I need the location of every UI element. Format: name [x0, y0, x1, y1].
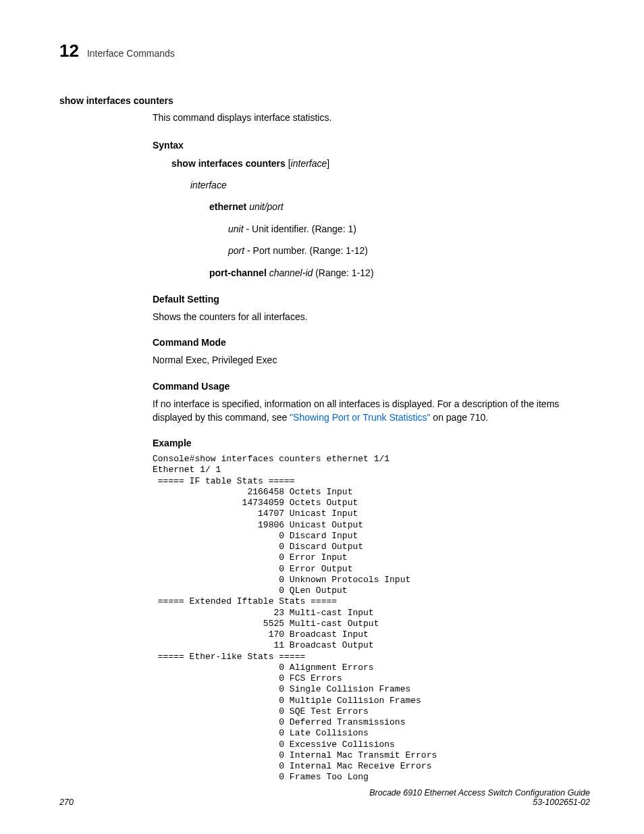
syntax-portchannel-line: port-channel channel-id (Range: 1-12) [209, 265, 590, 280]
command-title: show interfaces counters [59, 95, 590, 106]
page-header: 12 Interface Commands [59, 41, 590, 61]
syntax-unit-label: unit [228, 224, 244, 234]
syntax-portchannel-desc: (Range: 1-12) [313, 267, 373, 278]
syntax-heading: Syntax [153, 140, 590, 151]
command-usage-link[interactable]: "Showing Port or Trunk Statistics" [290, 412, 430, 423]
chapter-title: Interface Commands [87, 48, 175, 59]
syntax-ethernet-kw: ethernet [209, 201, 246, 212]
footer-doc-id: 53-1002651-02 [369, 798, 590, 807]
syntax-portchannel-arg: channel-id [269, 267, 313, 278]
example-heading: Example [153, 438, 590, 448]
page-footer: 270 Brocade 6910 Ethernet Access Switch … [59, 788, 590, 807]
example-output: Console#show interfaces counters etherne… [153, 454, 590, 783]
syntax-ethernet-line: ethernet unit/port [209, 199, 590, 214]
footer-page-number: 270 [59, 798, 74, 807]
command-usage-text: If no interface is specified, informatio… [153, 397, 590, 425]
syntax-bracket-close: ] [327, 158, 329, 169]
syntax-ethernet-args: unit/port [249, 201, 284, 212]
syntax-portchannel-kw: port-channel [209, 267, 267, 278]
syntax-command: show interfaces counters [171, 158, 286, 169]
command-usage-heading: Command Usage [153, 381, 590, 392]
syntax-port-label: port [228, 245, 244, 256]
syntax-port-desc: - Port number. (Range: 1-12) [244, 245, 368, 256]
default-setting-text: Shows the counters for all interfaces. [153, 310, 590, 323]
command-description: This command displays interface statisti… [153, 111, 590, 125]
command-usage-post: on page 710. [430, 412, 488, 423]
syntax-port-line: port - Port number. (Range: 1-12) [228, 243, 590, 258]
command-mode-heading: Command Mode [153, 337, 590, 348]
syntax-arg: interface [291, 158, 327, 169]
syntax-unit-desc: - Unit identifier. (Range: 1) [244, 224, 356, 234]
syntax-interface-label: interface [190, 178, 590, 192]
syntax-command-line: show interfaces counters [interface] [171, 156, 590, 171]
default-setting-heading: Default Setting [153, 294, 590, 305]
command-mode-text: Normal Exec, Privileged Exec [153, 353, 590, 367]
footer-doc-title: Brocade 6910 Ethernet Access Switch Conf… [369, 788, 590, 798]
syntax-unit-line: unit - Unit identifier. (Range: 1) [228, 221, 590, 236]
chapter-number: 12 [59, 41, 79, 61]
